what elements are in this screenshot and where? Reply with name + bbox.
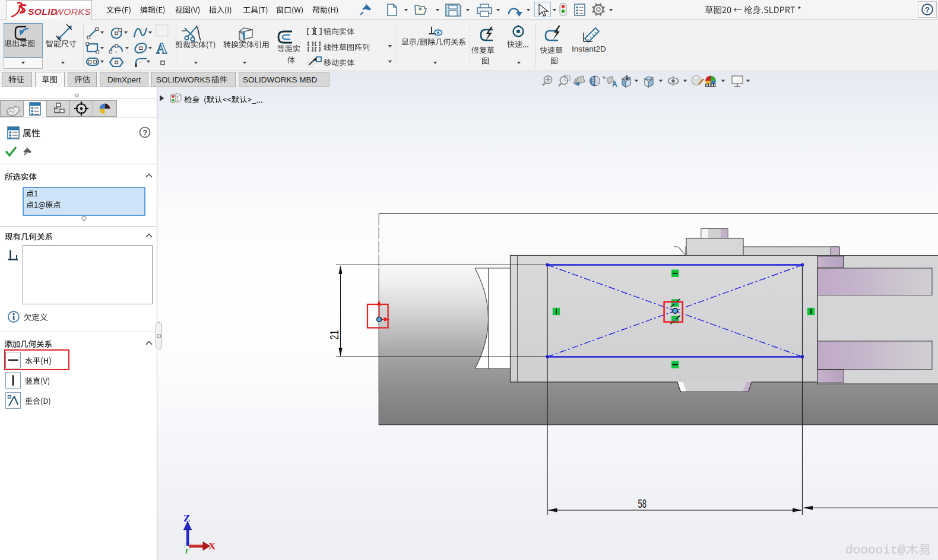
svg-text:X: X xyxy=(208,540,216,552)
svg-text:SOLID: SOLID xyxy=(28,7,58,17)
svg-text:A: A xyxy=(612,80,617,88)
svg-text:A: A xyxy=(156,40,167,56)
svg-text:SOLIDWORKS: SOLIDWORKS xyxy=(156,75,211,84)
svg-text:×: × xyxy=(115,49,118,55)
svg-text:WORKS: WORKS xyxy=(55,7,91,17)
svg-text:58: 58 xyxy=(638,497,647,510)
svg-text:?: ? xyxy=(143,129,148,137)
svg-text:Z: Z xyxy=(183,513,190,524)
svg-text:×: × xyxy=(139,59,142,65)
svg-text:Instant2D: Instant2D xyxy=(572,44,606,53)
svg-text:DimXpert: DimXpert xyxy=(107,75,141,84)
svg-text:21: 21 xyxy=(327,330,341,340)
svg-text:SOLIDWORKS MBD: SOLIDWORKS MBD xyxy=(243,75,318,84)
svg-text:dooooit@: dooooit@ xyxy=(845,543,905,557)
svg-text:?: ? xyxy=(925,5,930,14)
